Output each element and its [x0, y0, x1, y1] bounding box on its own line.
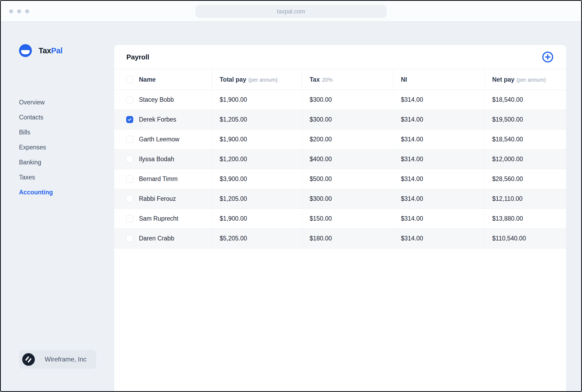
net-pay-value: $28,560.00: [485, 169, 566, 189]
total-pay-value: $5,205.00: [212, 229, 302, 248]
payroll-table: Name Total pay(per annum) Tax20% NI: [114, 69, 566, 248]
payroll-card: Payroll: [114, 45, 566, 391]
employee-name-cell: Garth Leemow: [114, 130, 212, 149]
browser-titlebar: taxpal.com: [1, 1, 581, 22]
window-control-dot[interactable]: [9, 9, 13, 13]
window-controls: [9, 9, 29, 13]
select-all-checkbox[interactable]: [126, 76, 133, 83]
column-header-name-label: Name: [139, 76, 156, 83]
sidebar-item-contacts[interactable]: Contacts: [19, 110, 53, 125]
sidebar-item-expenses[interactable]: Expenses: [19, 140, 53, 155]
ni-value: $314.00: [393, 130, 485, 149]
circle-plus-icon: [542, 51, 554, 63]
total-pay-value: $1,205.00: [212, 110, 302, 130]
employee-name-cell: Rabbi Ferouz: [114, 189, 212, 209]
employee-name: Derek Forbes: [139, 116, 176, 123]
address-bar-url: taxpal.com: [277, 8, 305, 15]
payroll-card-header: Payroll: [114, 45, 566, 69]
employee-name-cell: Daren Crabb: [114, 229, 212, 248]
tax-value: $300.00: [302, 110, 393, 130]
column-header-net-pay-suffix: (per annum): [517, 77, 546, 83]
ni-value: $314.00: [393, 189, 485, 209]
row-checkbox[interactable]: [126, 116, 133, 123]
ni-value: $314.00: [393, 169, 485, 189]
sidebar-item-taxes[interactable]: Taxes: [19, 170, 53, 185]
brand: TaxPal: [19, 44, 63, 57]
sidebar-nav: Overview Contacts Bills Expenses Banking…: [19, 95, 53, 200]
total-pay-value: $1,205.00: [212, 189, 302, 209]
employee-name-cell: Sam Ruprecht: [114, 209, 212, 229]
table-header-row: Name Total pay(per annum) Tax20% NI: [114, 69, 566, 90]
net-pay-value: $18,540.00: [485, 90, 566, 110]
tax-value: $200.00: [302, 130, 393, 149]
column-header-total-pay: Total pay(per annum): [212, 69, 302, 90]
sidebar-item-bills[interactable]: Bills: [19, 125, 53, 140]
company-switcher[interactable]: Wireframe, Inc: [19, 350, 96, 369]
brand-name-primary: Tax: [39, 46, 51, 55]
employee-name: Rabbi Ferouz: [139, 195, 176, 202]
table-row: Garth Leemow $1,900.00 $200.00 $314.00 $…: [114, 130, 566, 149]
table-row: Stacey Bobb $1,900.00 $300.00 $314.00 $1…: [114, 90, 566, 110]
column-header-name: Name: [114, 69, 212, 90]
sidebar-item-overview[interactable]: Overview: [19, 95, 53, 110]
company-logo-icon: [22, 353, 35, 366]
tax-value: $150.00: [302, 209, 393, 229]
add-payroll-entry-button[interactable]: [542, 51, 554, 63]
employee-name-cell: Bernard Timm: [114, 169, 212, 189]
table-row: Derek Forbes $1,205.00 $300.00 $314.00 $…: [114, 110, 566, 130]
column-header-total-pay-suffix: (per annum): [248, 77, 278, 83]
employee-name-cell: Derek Forbes: [114, 110, 212, 130]
table-row: Rabbi Ferouz $1,205.00 $300.00 $314.00 $…: [114, 189, 566, 209]
ni-value: $314.00: [393, 110, 485, 130]
net-pay-value: $18,540.00: [485, 130, 566, 149]
table-row: Bernard Timm $3,900.00 $500.00 $314.00 $…: [114, 169, 566, 189]
total-pay-value: $1,900.00: [212, 130, 302, 149]
employee-name: Ilyssa Bodah: [139, 156, 174, 163]
company-name: Wireframe, Inc: [45, 356, 86, 363]
sidebar-item-accounting[interactable]: Accounting: [19, 185, 53, 200]
net-pay-value: $13,880.00: [485, 209, 566, 229]
ni-value: $314.00: [393, 149, 485, 169]
page-title: Payroll: [126, 53, 149, 61]
row-checkbox[interactable]: [126, 215, 133, 222]
net-pay-value: $19,500.00: [485, 110, 566, 130]
column-header-tax: Tax20%: [302, 69, 393, 90]
window-control-dot[interactable]: [25, 9, 29, 13]
app-content: TaxPal Overview Contacts Bills Expenses …: [1, 22, 581, 391]
employee-name-cell: Stacey Bobb: [114, 90, 212, 110]
ni-value: $314.00: [393, 90, 485, 110]
taxpal-logo-icon: [19, 44, 32, 57]
column-header-ni: NI: [393, 69, 485, 90]
table-row: Sam Ruprecht $1,900.00 $150.00 $314.00 $…: [114, 209, 566, 229]
employee-name-cell: Ilyssa Bodah: [114, 149, 212, 169]
tax-value: $180.00: [302, 229, 393, 248]
row-checkbox[interactable]: [126, 175, 133, 183]
total-pay-value: $1,900.00: [212, 209, 302, 229]
address-bar[interactable]: taxpal.com: [196, 5, 386, 18]
table-row: Ilyssa Bodah $1,200.00 $400.00 $314.00 $…: [114, 149, 566, 169]
browser-window: taxpal.com TaxPal Overview Contacts Bill…: [0, 0, 582, 392]
window-control-dot[interactable]: [17, 9, 21, 13]
tax-value: $300.00: [302, 90, 393, 110]
brand-name: TaxPal: [39, 46, 63, 55]
net-pay-value: $12,110.00: [485, 189, 566, 209]
employee-name: Daren Crabb: [139, 235, 174, 242]
brand-name-secondary: Pal: [51, 46, 63, 55]
column-header-tax-suffix: 20%: [322, 77, 332, 83]
total-pay-value: $3,900.00: [212, 169, 302, 189]
tax-value: $300.00: [302, 189, 393, 209]
employee-name: Stacey Bobb: [139, 96, 174, 103]
sidebar-item-banking[interactable]: Banking: [19, 155, 53, 170]
tax-value: $500.00: [302, 169, 393, 189]
employee-name: Sam Ruprecht: [139, 215, 178, 222]
row-checkbox[interactable]: [126, 136, 133, 143]
column-header-net-pay: Net pay(per annum): [485, 69, 566, 90]
ni-value: $314.00: [393, 229, 485, 248]
ni-value: $314.00: [393, 209, 485, 229]
total-pay-value: $1,900.00: [212, 90, 302, 110]
row-checkbox[interactable]: [126, 96, 133, 103]
row-checkbox[interactable]: [126, 235, 133, 242]
row-checkbox[interactable]: [126, 156, 133, 163]
net-pay-value: $110,540.00: [485, 229, 566, 248]
row-checkbox[interactable]: [126, 195, 133, 202]
